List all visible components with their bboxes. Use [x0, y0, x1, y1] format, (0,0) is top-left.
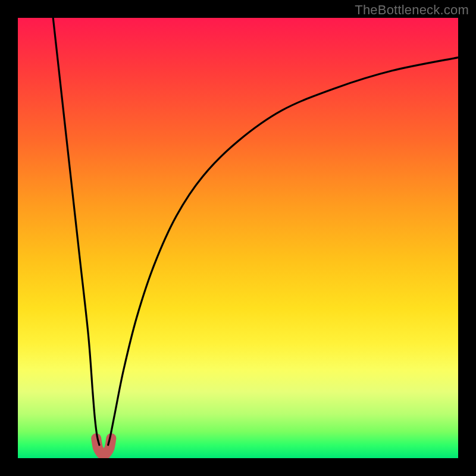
watermark-text: TheBottleneck.com	[355, 2, 469, 18]
curve-group	[53, 18, 458, 445]
left-branch-path	[53, 18, 99, 445]
right-branch-path	[108, 58, 458, 445]
chart-svg	[18, 18, 458, 458]
plot-area	[18, 18, 458, 458]
chart-frame: TheBottleneck.com	[0, 0, 476, 476]
